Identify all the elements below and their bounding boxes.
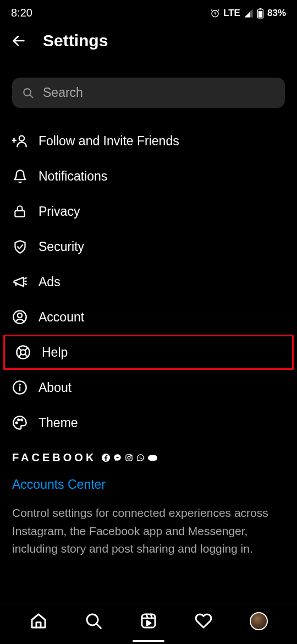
menu-item-label: Help xyxy=(42,345,68,360)
svg-line-17 xyxy=(25,348,28,351)
avatar-icon xyxy=(250,612,268,630)
user-circle-icon xyxy=(12,309,28,325)
menu-item-about[interactable]: About xyxy=(0,370,297,405)
menu-item-security[interactable]: Security xyxy=(0,229,297,264)
menu-item-theme[interactable]: Theme xyxy=(0,405,297,440)
settings-menu: Follow and Invite Friends Notifications … xyxy=(0,118,297,440)
menu-item-account[interactable]: Account xyxy=(0,299,297,335)
search-box[interactable] xyxy=(12,78,285,108)
nav-activity[interactable] xyxy=(194,611,213,631)
palette-icon xyxy=(12,415,28,430)
facebook-description: Control settings for connected experienc… xyxy=(12,504,285,558)
status-indicators: LTE 83% xyxy=(210,8,286,19)
instagram-icon xyxy=(125,454,133,462)
shield-icon xyxy=(12,239,28,254)
facebook-icon xyxy=(102,454,110,462)
svg-line-16 xyxy=(25,354,28,357)
facebook-brand-row: FACEBOOK xyxy=(12,451,285,464)
bell-icon xyxy=(12,168,28,184)
menu-item-label: Ads xyxy=(38,275,61,290)
home-icon xyxy=(30,612,47,630)
oculus-icon xyxy=(148,455,157,461)
messenger-icon xyxy=(113,454,122,462)
search-container xyxy=(12,78,285,108)
search-icon xyxy=(22,86,34,100)
bottom-nav xyxy=(0,603,297,644)
facebook-brand: FACEBOOK xyxy=(12,451,96,464)
alarm-icon xyxy=(210,8,220,18)
reels-icon xyxy=(140,612,157,630)
whatsapp-icon xyxy=(136,454,145,462)
svg-rect-2 xyxy=(258,11,262,18)
header: Settings xyxy=(0,24,297,60)
accounts-center-link[interactable]: Accounts Center xyxy=(12,477,285,492)
menu-item-privacy[interactable]: Privacy xyxy=(0,194,297,229)
menu-item-label: Security xyxy=(38,239,84,254)
menu-item-label: About xyxy=(38,380,72,395)
menu-item-label: Account xyxy=(38,310,84,325)
status-time: 8:20 xyxy=(11,7,32,19)
battery-icon xyxy=(257,8,264,19)
svg-rect-3 xyxy=(259,8,261,9)
lifebuoy-icon xyxy=(15,345,31,360)
svg-line-15 xyxy=(19,348,21,351)
svg-point-21 xyxy=(19,384,20,385)
search-icon xyxy=(85,612,102,630)
lock-icon xyxy=(12,204,28,219)
arrow-left-icon xyxy=(11,32,26,49)
status-bar: 8:20 LTE 83% xyxy=(0,0,297,24)
menu-item-ads[interactable]: Ads xyxy=(0,264,297,299)
add-user-icon xyxy=(12,133,28,149)
info-icon xyxy=(12,380,28,395)
svg-line-31 xyxy=(96,624,101,628)
svg-line-6 xyxy=(30,95,32,97)
menu-item-follow-invite[interactable]: Follow and Invite Friends xyxy=(0,123,297,159)
nav-indicator xyxy=(133,640,164,642)
svg-line-18 xyxy=(19,354,21,357)
signal-icon xyxy=(244,8,254,18)
svg-point-24 xyxy=(21,419,23,421)
back-button[interactable] xyxy=(11,33,26,48)
nav-search[interactable] xyxy=(84,611,103,631)
nav-home[interactable] xyxy=(29,611,48,631)
svg-point-27 xyxy=(128,456,130,459)
menu-item-label: Privacy xyxy=(38,204,80,219)
menu-item-label: Notifications xyxy=(38,169,107,184)
battery-percent: 83% xyxy=(267,8,286,19)
svg-point-12 xyxy=(18,313,22,318)
svg-point-23 xyxy=(18,419,19,421)
menu-item-label: Follow and Invite Friends xyxy=(38,134,179,149)
svg-rect-10 xyxy=(15,211,24,217)
page-title: Settings xyxy=(43,31,108,50)
menu-item-help[interactable]: Help xyxy=(3,335,294,370)
menu-item-notifications[interactable]: Notifications xyxy=(0,159,297,194)
menu-item-label: Theme xyxy=(38,416,78,430)
svg-point-22 xyxy=(16,422,18,424)
svg-rect-29 xyxy=(148,455,157,461)
facebook-section: FACEBOOK Accounts Center Control setting… xyxy=(0,440,297,558)
facebook-app-icons xyxy=(102,454,157,462)
network-label: LTE xyxy=(223,8,240,19)
megaphone-icon xyxy=(12,274,28,290)
search-input[interactable] xyxy=(43,85,275,100)
nav-profile[interactable] xyxy=(249,611,268,631)
svg-point-28 xyxy=(131,455,131,456)
heart-icon xyxy=(195,612,212,630)
svg-point-7 xyxy=(19,136,24,141)
nav-reels[interactable] xyxy=(139,611,158,631)
